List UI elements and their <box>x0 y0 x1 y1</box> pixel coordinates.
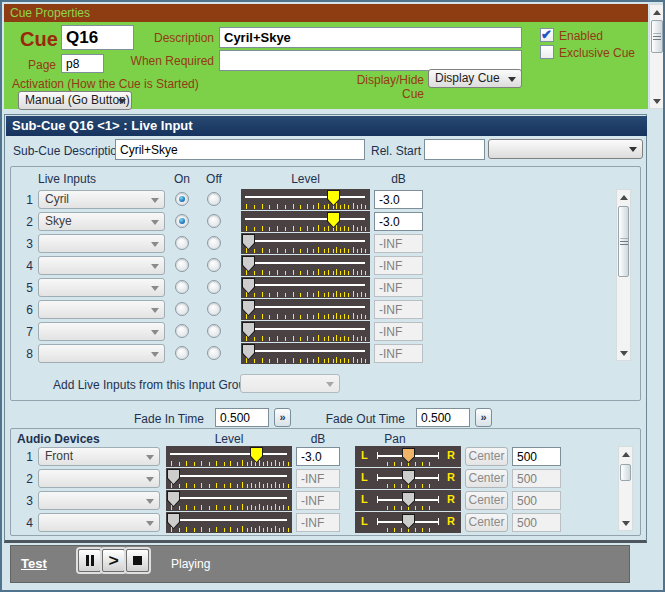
add-input-group-dropdown[interactable] <box>240 374 340 393</box>
on-radio[interactable] <box>175 236 189 250</box>
center-button[interactable]: Center <box>465 447 508 466</box>
off-radio[interactable] <box>207 192 221 206</box>
off-radio[interactable] <box>207 280 221 294</box>
live-inputs-scrollbar[interactable] <box>616 189 631 361</box>
scroll-up-icon[interactable] <box>620 448 631 460</box>
pan-slider[interactable]: LR <box>355 512 461 533</box>
db-value-field[interactable] <box>374 234 423 253</box>
center-button[interactable]: Center <box>465 491 508 510</box>
off-radio[interactable] <box>207 214 221 228</box>
level-slider-thumb[interactable] <box>242 278 255 294</box>
level-slider-thumb[interactable] <box>250 447 263 463</box>
exclusive-cue-checkbox[interactable] <box>540 45 554 59</box>
audio-device-dropdown[interactable]: Front <box>38 447 160 466</box>
sub-cue-description-input[interactable] <box>115 139 365 160</box>
db-value-field[interactable] <box>374 278 423 297</box>
on-radio[interactable] <box>175 302 189 316</box>
pan-slider[interactable]: LR <box>355 468 461 489</box>
stop-button[interactable] <box>126 549 149 572</box>
db-value-field[interactable] <box>374 300 423 319</box>
db-value-field[interactable] <box>296 513 340 532</box>
display-hide-dropdown[interactable]: Display Cue <box>428 69 522 88</box>
rel-start-dropdown[interactable] <box>488 139 643 159</box>
audio-device-dropdown[interactable] <box>38 469 160 488</box>
on-radio[interactable] <box>175 324 189 338</box>
when-required-input[interactable] <box>219 50 522 71</box>
scrollbar-thumb[interactable] <box>618 206 629 277</box>
off-radio[interactable] <box>207 346 221 360</box>
level-slider-thumb[interactable] <box>242 234 255 250</box>
level-slider[interactable] <box>241 277 370 298</box>
scroll-down-icon[interactable] <box>620 517 631 529</box>
level-slider[interactable] <box>166 512 292 533</box>
on-radio[interactable] <box>175 346 189 360</box>
db-value-field[interactable] <box>296 469 340 488</box>
test-link[interactable]: Test <box>21 556 47 571</box>
off-radio[interactable] <box>207 324 221 338</box>
off-radio[interactable] <box>207 302 221 316</box>
level-slider-thumb[interactable] <box>167 513 180 529</box>
level-slider-thumb[interactable] <box>242 322 255 338</box>
level-slider-thumb[interactable] <box>242 344 255 360</box>
pan-slider[interactable]: LR <box>355 446 461 467</box>
center-button[interactable]: Center <box>465 513 508 532</box>
db-value-field[interactable] <box>296 491 340 510</box>
db-value-field[interactable] <box>296 447 340 466</box>
input-device-dropdown[interactable] <box>38 300 165 319</box>
on-radio[interactable] <box>175 258 189 272</box>
off-radio[interactable] <box>207 258 221 272</box>
level-slider-thumb[interactable] <box>242 256 255 272</box>
cue-panel-scrollbar[interactable] <box>649 4 665 109</box>
rel-start-input[interactable] <box>424 139 485 160</box>
off-radio[interactable] <box>207 236 221 250</box>
pan-value-field[interactable] <box>512 469 561 488</box>
pause-button[interactable] <box>78 549 101 572</box>
on-radio[interactable] <box>175 214 189 228</box>
pan-slider-thumb[interactable] <box>402 470 415 485</box>
pan-slider-thumb[interactable] <box>402 448 415 463</box>
level-slider[interactable] <box>166 468 292 489</box>
input-device-dropdown[interactable] <box>38 278 165 297</box>
play-button[interactable]: > <box>102 549 125 572</box>
scrollbar-thumb[interactable] <box>620 464 631 481</box>
fade-in-input[interactable] <box>215 408 269 427</box>
db-value-field[interactable] <box>374 190 423 209</box>
input-device-dropdown[interactable] <box>38 344 165 363</box>
scrollbar-thumb[interactable] <box>651 20 663 53</box>
activation-dropdown[interactable]: Manual (Go Button) <box>18 91 132 110</box>
input-device-dropdown[interactable] <box>38 234 165 253</box>
scroll-down-icon[interactable] <box>618 347 629 359</box>
level-slider[interactable] <box>241 233 370 254</box>
pan-value-field[interactable] <box>512 491 561 510</box>
scroll-down-icon[interactable] <box>651 95 663 107</box>
db-value-field[interactable] <box>374 344 423 363</box>
db-value-field[interactable] <box>374 322 423 341</box>
on-radio[interactable] <box>175 192 189 206</box>
level-slider[interactable] <box>241 299 370 320</box>
description-input[interactable] <box>219 27 522 48</box>
fade-in-more-button[interactable]: » <box>274 408 291 427</box>
level-slider-thumb[interactable] <box>167 469 180 485</box>
level-slider-thumb[interactable] <box>327 190 340 206</box>
scroll-up-icon[interactable] <box>651 6 663 18</box>
pan-value-field[interactable] <box>512 447 561 466</box>
level-slider-thumb[interactable] <box>167 491 180 507</box>
level-slider[interactable] <box>241 343 370 364</box>
page-input[interactable] <box>61 54 104 73</box>
on-radio[interactable] <box>175 280 189 294</box>
audio-device-dropdown[interactable] <box>38 491 160 510</box>
db-value-field[interactable] <box>374 212 423 231</box>
input-device-dropdown[interactable]: Cyril <box>38 190 165 209</box>
fade-out-input[interactable] <box>416 408 470 427</box>
level-slider-thumb[interactable] <box>242 300 255 316</box>
level-slider[interactable] <box>166 446 292 467</box>
enabled-checkbox[interactable] <box>540 28 554 42</box>
center-button[interactable]: Center <box>465 469 508 488</box>
level-slider[interactable] <box>241 255 370 276</box>
audio-device-dropdown[interactable] <box>38 513 160 532</box>
level-slider[interactable] <box>241 211 370 232</box>
input-device-dropdown[interactable] <box>38 256 165 275</box>
level-slider[interactable] <box>241 189 370 210</box>
level-slider[interactable] <box>166 490 292 511</box>
pan-value-field[interactable] <box>512 513 561 532</box>
